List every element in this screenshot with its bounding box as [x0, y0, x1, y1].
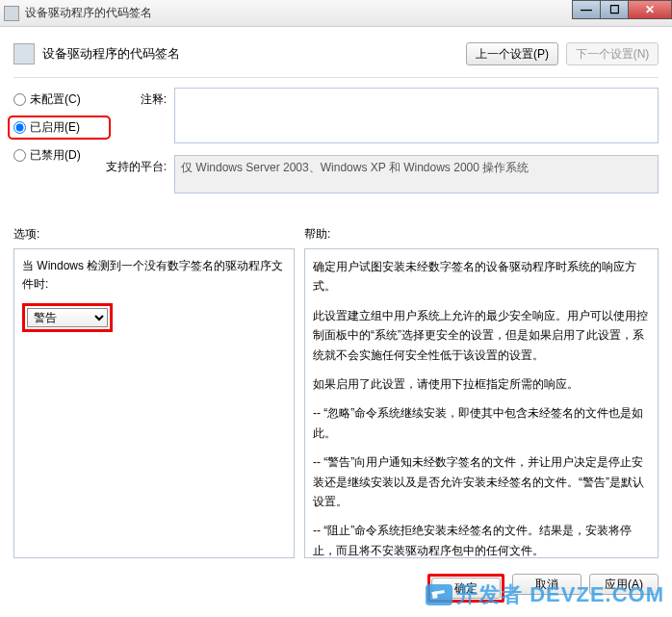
- form-column: 注释: 支持的平台: 仅 Windows Server 2003、Windows…: [105, 88, 659, 205]
- nav-buttons: 上一个设置(P) 下一个设置(N): [466, 42, 659, 65]
- comment-label: 注释:: [105, 88, 174, 143]
- footer: 确定 取消 应用(A): [0, 568, 672, 608]
- help-paragraph: 如果启用了此设置，请使用下拉框指定所需的响应。: [313, 374, 654, 394]
- options-panel: 当 Windows 检测到一个没有数字签名的驱动程序文件时: 警告: [13, 248, 295, 558]
- next-setting-button: 下一个设置(N): [566, 42, 659, 65]
- platform-label: 支持的平台:: [105, 155, 174, 193]
- minimize-button[interactable]: —: [572, 0, 601, 19]
- comment-row: 注释:: [105, 88, 659, 143]
- platform-row: 支持的平台: 仅 Windows Server 2003、Windows XP …: [105, 155, 659, 193]
- radio-disabled-input[interactable]: [13, 149, 26, 162]
- radio-not-configured-input[interactable]: [13, 93, 26, 106]
- help-paragraph: -- “阻止”命令系统拒绝安装未经签名的文件。结果是，安装将停止，而且将不安装驱…: [313, 521, 654, 558]
- help-column: 帮助: 确定用户试图安装未经数字签名的设备驱动程序时系统的响应方式。 此设置建立…: [304, 226, 659, 558]
- help-paragraph: 确定用户试图安装未经数字签名的设备驱动程序时系统的响应方式。: [313, 257, 654, 296]
- radio-enabled-input[interactable]: [13, 121, 26, 134]
- ok-button[interactable]: 确定: [431, 578, 501, 599]
- close-button[interactable]: ✕: [628, 0, 672, 19]
- radio-enabled-label: 已启用(E): [30, 119, 80, 136]
- help-paragraph: -- “警告”向用户通知未经数字签名的文件，并让用户决定是停止安装还是继续安装以…: [313, 452, 654, 511]
- radio-column: 未配置(C) 已启用(E) 已禁用(D): [13, 88, 105, 205]
- radio-not-configured[interactable]: 未配置(C): [13, 91, 105, 108]
- options-combo-highlight: 警告: [22, 303, 113, 332]
- header-row: 设备驱动程序的代码签名 上一个设置(P) 下一个设置(N): [13, 37, 659, 78]
- help-panel: 确定用户试图安装未经数字签名的设备驱动程序时系统的响应方式。 此设置建立组中用户…: [304, 248, 659, 558]
- radio-enabled[interactable]: 已启用(E): [13, 119, 105, 136]
- maximize-button[interactable]: ☐: [600, 0, 629, 19]
- prev-setting-button[interactable]: 上一个设置(P): [466, 42, 558, 65]
- apply-button[interactable]: 应用(A): [589, 574, 659, 595]
- lower-area: 选项: 当 Windows 检测到一个没有数字签名的驱动程序文件时: 警告 帮助…: [13, 226, 659, 558]
- options-prompt: 当 Windows 检测到一个没有数字签名的驱动程序文件时:: [22, 257, 286, 294]
- radio-disabled-label: 已禁用(D): [30, 147, 81, 164]
- cancel-button[interactable]: 取消: [512, 574, 582, 595]
- ok-highlight: 确定: [427, 574, 504, 603]
- comment-input[interactable]: [174, 88, 659, 143]
- radio-enabled-highlight: 已启用(E): [8, 116, 111, 140]
- help-paragraph: -- “忽略”命令系统继续安装，即使其中包含未经签名的文件也是如此。: [313, 403, 654, 443]
- app-icon: [4, 6, 19, 21]
- help-paragraph: 此设置建立组中用户系统上允许的最少安全响应。用户可以使用控制面板中的“系统”选择…: [313, 306, 654, 365]
- options-label: 选项:: [13, 226, 295, 243]
- platform-value: 仅 Windows Server 2003、Windows XP 和 Windo…: [174, 155, 659, 193]
- policy-title: 设备驱动程序的代码签名: [42, 45, 180, 63]
- window-controls: — ☐ ✕: [573, 0, 672, 19]
- options-column: 选项: 当 Windows 检测到一个没有数字签名的驱动程序文件时: 警告: [13, 226, 295, 558]
- window-title: 设备驱动程序的代码签名: [25, 5, 152, 21]
- policy-icon: [13, 43, 35, 64]
- titlebar: 设备驱动程序的代码签名 — ☐ ✕: [0, 0, 672, 27]
- config-area: 未配置(C) 已启用(E) 已禁用(D) 注释: 支持的平台: 仅 Window…: [13, 88, 659, 205]
- radio-disabled[interactable]: 已禁用(D): [13, 147, 105, 164]
- help-label: 帮助:: [304, 226, 659, 243]
- content-area: 设备驱动程序的代码签名 上一个设置(P) 下一个设置(N) 未配置(C) 已启用…: [0, 27, 672, 568]
- radio-not-configured-label: 未配置(C): [30, 91, 81, 108]
- options-dropdown[interactable]: 警告: [27, 308, 108, 327]
